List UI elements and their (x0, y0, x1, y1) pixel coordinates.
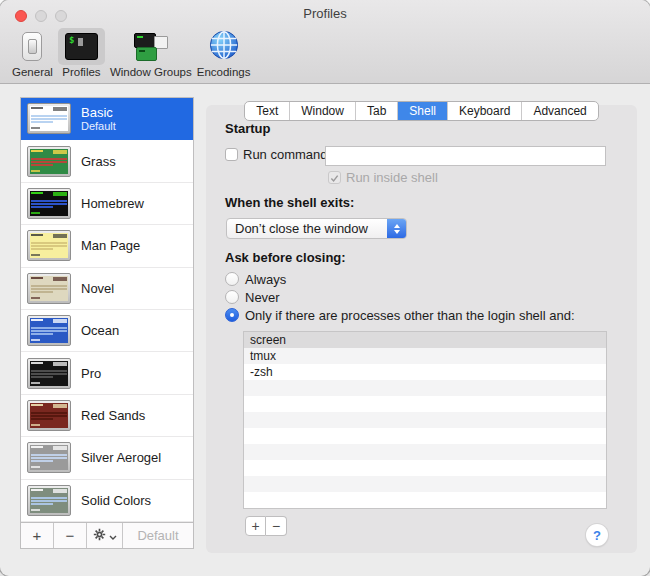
remove-profile-button[interactable]: − (54, 523, 87, 548)
remove-process-button[interactable]: − (266, 516, 287, 536)
process-row-empty[interactable] (244, 412, 606, 428)
radio-only[interactable] (225, 308, 239, 322)
toolbar-item-profiles[interactable]: $Profiles (58, 28, 105, 78)
run-inside-shell-label: Run inside shell (346, 171, 438, 185)
profile-thumbnail (27, 188, 71, 219)
profile-thumbnail (27, 103, 71, 134)
profile-text: Homebrew (81, 196, 144, 211)
globe-icon (209, 30, 239, 64)
profile-thumbnail (27, 485, 71, 516)
process-row[interactable]: tmux (244, 348, 606, 364)
profile-text: Grass (81, 154, 116, 169)
process-row-empty[interactable] (244, 492, 606, 508)
process-row[interactable]: -zsh (244, 364, 606, 380)
profile-text: Solid Colors (81, 493, 151, 508)
profile-text: Red Sands (81, 408, 145, 423)
run-command-input[interactable] (325, 146, 606, 166)
default-button[interactable]: Default (123, 523, 193, 548)
profile-name: Novel (81, 281, 114, 296)
toolbar-iconbox (13, 28, 51, 65)
tab-bar: TextWindowTabShellKeyboardAdvanced (206, 101, 637, 121)
tab-shell[interactable]: Shell (397, 102, 447, 120)
profile-thumbnail (27, 358, 71, 389)
process-row-empty[interactable] (244, 428, 606, 444)
profile-actions-button[interactable] (87, 523, 123, 548)
light-switch-icon (22, 32, 42, 61)
radio-label: Always (245, 272, 286, 287)
checkmark-icon (330, 169, 339, 187)
profile-text: Man Page (81, 238, 140, 253)
profile-row-silver-aerogel[interactable]: Silver Aerogel (21, 437, 193, 479)
run-command-label: Run command: (243, 148, 331, 162)
radio-row: Never (225, 288, 575, 306)
profile-row-red-sands[interactable]: Red Sands (21, 395, 193, 437)
sidebar-footer: + − Default (21, 522, 193, 548)
toolbar-iconbox: $ (58, 28, 105, 65)
profile-text: Silver Aerogel (81, 450, 161, 465)
profile-list: BasicDefaultGrassHomebrewMan PageNovelOc… (21, 98, 193, 522)
add-process-button[interactable]: + (245, 516, 266, 536)
window-title: Profiles (0, 6, 650, 21)
toolbar-item-label: General (12, 66, 53, 78)
process-row-empty[interactable] (244, 476, 606, 492)
profile-row-grass[interactable]: Grass (21, 140, 193, 182)
process-row-empty[interactable] (244, 380, 606, 396)
profile-row-novel[interactable]: Novel (21, 268, 193, 310)
process-row[interactable]: screen (244, 332, 606, 348)
process-row-empty[interactable] (244, 444, 606, 460)
radio-never[interactable] (225, 290, 239, 304)
profile-row-man-page[interactable]: Man Page (21, 225, 193, 267)
chevron-down-icon (109, 527, 117, 544)
preferences-toolbar: General$ProfilesWindow GroupsEncodings (12, 28, 250, 78)
tab-tab[interactable]: Tab (355, 102, 397, 120)
ask-before-closing-heading: Ask before closing: (225, 250, 346, 265)
help-button[interactable]: ? (586, 524, 608, 546)
run-command-checkbox[interactable] (225, 148, 238, 161)
toolbar-item-label: Window Groups (110, 66, 192, 78)
profile-text: Ocean (81, 323, 119, 338)
profile-name: Homebrew (81, 196, 144, 211)
ask-before-closing-options: AlwaysNeverOnly if there are processes o… (225, 270, 575, 324)
profile-name: Solid Colors (81, 493, 151, 508)
toolbar-item-window-groups[interactable]: Window Groups (110, 28, 192, 78)
terminal-icon: $ (65, 33, 98, 60)
toolbar-iconbox (202, 28, 246, 65)
profile-thumbnail (27, 230, 71, 261)
process-row-empty[interactable] (244, 396, 606, 412)
profile-thumbnail (27, 273, 71, 304)
tab-text[interactable]: Text (245, 102, 289, 120)
radio-row: Always (225, 270, 575, 288)
profile-thumbnail (27, 315, 71, 346)
process-row-empty[interactable] (244, 460, 606, 476)
profile-row-solid-colors[interactable]: Solid Colors (21, 480, 193, 522)
toolbar-item-encodings[interactable]: Encodings (197, 28, 251, 78)
profile-thumbnail (27, 400, 71, 431)
tab-keyboard[interactable]: Keyboard (447, 102, 521, 120)
profile-row-pro[interactable]: Pro (21, 352, 193, 394)
toolbar-iconbox (126, 28, 176, 65)
radio-label: Never (245, 290, 280, 305)
profile-name: Grass (81, 154, 116, 169)
add-profile-button[interactable]: + (21, 523, 54, 548)
profile-name: Basic (81, 105, 116, 120)
process-list: screentmux-zsh (243, 331, 607, 509)
shell-exits-heading: When the shell exits: (225, 195, 354, 210)
profile-thumbnail (27, 146, 71, 177)
profile-thumbnail (27, 442, 71, 473)
profile-row-homebrew[interactable]: Homebrew (21, 183, 193, 225)
profile-name: Pro (81, 366, 101, 381)
shell-exits-popup[interactable]: Don’t close the window (226, 218, 407, 239)
profile-text: Pro (81, 366, 101, 381)
tab-advanced[interactable]: Advanced (521, 102, 597, 120)
profile-subtitle: Default (81, 120, 116, 133)
preferences-window: Profiles General$ProfilesWindow GroupsEn… (0, 0, 650, 576)
profile-name: Man Page (81, 238, 140, 253)
profile-row-basic[interactable]: BasicDefault (21, 98, 193, 140)
profile-row-ocean[interactable]: Ocean (21, 310, 193, 352)
profile-name: Ocean (81, 323, 119, 338)
radio-always[interactable] (225, 272, 239, 286)
tab-window[interactable]: Window (289, 102, 355, 120)
profile-text: BasicDefault (81, 105, 116, 133)
toolbar-item-general[interactable]: General (12, 28, 53, 78)
profiles-sidebar: BasicDefaultGrassHomebrewMan PageNovelOc… (20, 97, 194, 549)
